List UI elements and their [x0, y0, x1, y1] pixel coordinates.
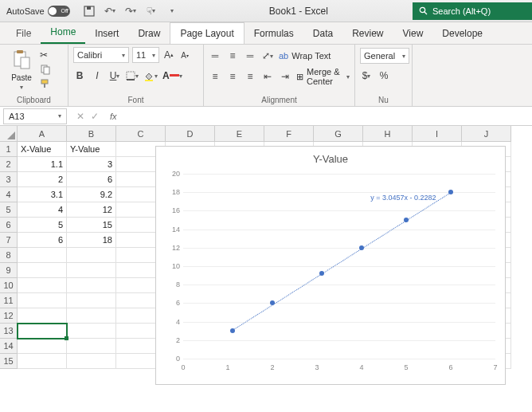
- tab-file[interactable]: File: [6, 23, 41, 44]
- currency-icon[interactable]: $▾: [360, 69, 373, 83]
- cell[interactable]: 6: [67, 172, 116, 187]
- tab-formulas[interactable]: Formulas: [244, 23, 303, 44]
- wrap-text-button[interactable]: abWrap Text: [279, 48, 331, 64]
- cell[interactable]: 4: [18, 202, 67, 218]
- orientation-icon[interactable]: ⤢▾: [261, 49, 274, 63]
- formula-input[interactable]: [122, 107, 532, 125]
- align-bottom-icon[interactable]: ═: [244, 49, 256, 63]
- tab-data[interactable]: Data: [303, 23, 342, 44]
- cell[interactable]: [18, 324, 67, 339]
- cell[interactable]: [18, 339, 67, 354]
- worksheet-grid[interactable]: ABCDEFGHIJ 123456789101112131415 X-Value…: [0, 126, 532, 412]
- decrease-font-icon[interactable]: A▾: [178, 48, 191, 62]
- font-name-select[interactable]: Calibri▾: [73, 47, 129, 63]
- row-header[interactable]: 3: [0, 172, 18, 187]
- cell[interactable]: 2: [18, 172, 67, 187]
- indent-decrease-icon[interactable]: ⇤: [261, 69, 274, 84]
- row-header[interactable]: 14: [0, 339, 18, 354]
- tab-review[interactable]: Review: [342, 23, 393, 44]
- border-icon[interactable]: ▾: [126, 69, 139, 83]
- embedded-chart[interactable]: Y-Value 0246810121416182001234567y = 3.0…: [155, 146, 506, 385]
- font-color-icon[interactable]: A▾: [162, 69, 182, 83]
- redo-icon[interactable]: ↷▾: [124, 5, 137, 18]
- increase-font-icon[interactable]: A▴: [162, 48, 175, 62]
- align-top-icon[interactable]: ═: [209, 49, 221, 63]
- tab-home[interactable]: Home: [41, 22, 85, 44]
- column-header[interactable]: C: [116, 126, 166, 142]
- cell[interactable]: 5: [18, 218, 67, 233]
- cell[interactable]: [18, 308, 67, 324]
- row-header[interactable]: 12: [0, 308, 18, 324]
- cell[interactable]: 9.2: [67, 187, 116, 202]
- row-header[interactable]: 5: [0, 202, 18, 218]
- column-header[interactable]: F: [264, 126, 314, 142]
- number-format-select[interactable]: General▾: [360, 48, 409, 64]
- touch-mode-icon[interactable]: ☟▾: [145, 5, 158, 18]
- tab-insert[interactable]: Insert: [85, 23, 128, 44]
- row-header[interactable]: 6: [0, 218, 18, 233]
- select-all-corner[interactable]: [0, 126, 18, 142]
- row-header[interactable]: 11: [0, 293, 18, 308]
- undo-icon[interactable]: ↶▾: [104, 5, 116, 18]
- row-header[interactable]: 8: [0, 248, 18, 263]
- tab-page-layout[interactable]: Page Layout: [170, 22, 244, 44]
- row-header[interactable]: 1: [0, 142, 18, 157]
- column-header[interactable]: A: [18, 126, 67, 142]
- align-center-icon[interactable]: ≡: [226, 69, 239, 84]
- save-icon[interactable]: [83, 5, 96, 18]
- column-header[interactable]: D: [166, 126, 215, 142]
- row-header[interactable]: 9: [0, 263, 18, 278]
- paste-button[interactable]: Paste ▾: [5, 46, 38, 92]
- align-left-icon[interactable]: ≡: [209, 69, 221, 84]
- cell[interactable]: 12: [67, 202, 116, 218]
- cell[interactable]: 3: [67, 157, 116, 172]
- cell[interactable]: [67, 354, 116, 369]
- bold-button[interactable]: B: [73, 69, 86, 83]
- row-header[interactable]: 7: [0, 233, 18, 248]
- cell[interactable]: [18, 293, 67, 308]
- cell[interactable]: Y-Value: [67, 142, 116, 157]
- cell[interactable]: 15: [67, 218, 116, 233]
- fill-color-icon[interactable]: ▾: [143, 69, 158, 83]
- align-middle-icon[interactable]: ≡: [226, 49, 239, 63]
- cell[interactable]: 1.1: [18, 157, 67, 172]
- qat-customize-icon[interactable]: ▾: [166, 5, 178, 18]
- fx-icon[interactable]: fx: [105, 112, 122, 121]
- cell[interactable]: 3.1: [18, 187, 67, 202]
- column-header[interactable]: B: [67, 126, 116, 142]
- cell[interactable]: [67, 339, 116, 354]
- font-size-select[interactable]: 11▾: [132, 47, 159, 63]
- column-header[interactable]: H: [363, 126, 413, 142]
- autosave-toggle[interactable]: AutoSave Off: [0, 6, 76, 17]
- tab-view[interactable]: View: [393, 23, 433, 44]
- column-header[interactable]: J: [462, 126, 511, 142]
- cell[interactable]: 6: [18, 233, 67, 248]
- search-box[interactable]: Search (Alt+Q): [413, 2, 532, 20]
- enter-icon[interactable]: ✓: [91, 111, 99, 122]
- column-header[interactable]: E: [215, 126, 264, 142]
- cell[interactable]: [67, 248, 116, 263]
- cell[interactable]: [18, 354, 67, 369]
- format-painter-icon[interactable]: [40, 78, 51, 89]
- row-header[interactable]: 2: [0, 157, 18, 172]
- cell[interactable]: [67, 324, 116, 339]
- copy-icon[interactable]: [40, 64, 51, 75]
- cell[interactable]: [18, 248, 67, 263]
- cell[interactable]: [18, 278, 67, 293]
- row-header[interactable]: 13: [0, 324, 18, 339]
- cell[interactable]: [67, 293, 116, 308]
- row-header[interactable]: 10: [0, 278, 18, 293]
- column-header[interactable]: I: [413, 126, 462, 142]
- column-header[interactable]: G: [314, 126, 363, 142]
- cancel-icon[interactable]: ✕: [76, 111, 84, 122]
- name-box[interactable]: A13▾: [3, 108, 67, 124]
- percent-icon[interactable]: %: [377, 69, 390, 83]
- row-header[interactable]: 15: [0, 354, 18, 369]
- indent-increase-icon[interactable]: ⇥: [279, 69, 291, 84]
- italic-button[interactable]: I: [91, 69, 104, 83]
- cell[interactable]: [18, 263, 67, 278]
- cell[interactable]: 18: [67, 233, 116, 248]
- align-right-icon[interactable]: ≡: [244, 69, 256, 84]
- cell[interactable]: [67, 278, 116, 293]
- cell[interactable]: X-Value: [18, 142, 67, 157]
